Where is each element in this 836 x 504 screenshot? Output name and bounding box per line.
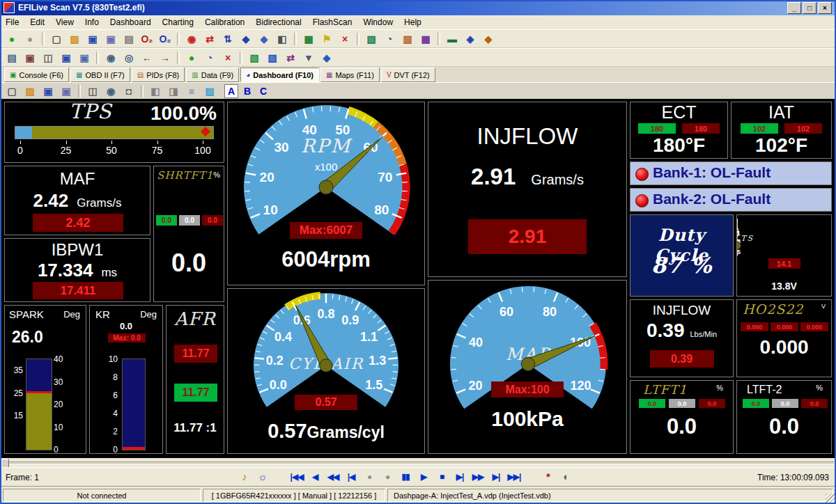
save-all-icon[interactable]: ▣: [102, 31, 120, 47]
dash-gradient-swatch[interactable]: ▨: [201, 83, 219, 100]
menu-file[interactable]: File: [0, 15, 24, 29]
goto-end-button[interactable]: ▶▶|: [506, 469, 522, 484]
maximize-button[interactable]: □: [803, 2, 816, 14]
step-back-button[interactable]: |◀: [343, 469, 359, 484]
dashpage-c-button[interactable]: C: [256, 84, 270, 98]
cursor-left-icon[interactable]: ←: [138, 49, 156, 66]
minimize-button[interactable]: _: [787, 2, 801, 14]
dash-zoom-icon[interactable]: ◉: [102, 83, 120, 100]
chart-green-icon[interactable]: ▧: [245, 49, 263, 66]
info-icon[interactable]: ◐: [559, 469, 574, 484]
ink-drop-icon[interactable]: ◆: [318, 49, 336, 66]
help-books-icon[interactable]: ◆: [479, 31, 497, 47]
zoom-out-icon[interactable]: ◎: [120, 49, 138, 66]
menu-dashboard[interactable]: Dashboard: [104, 15, 157, 29]
record-pause-button[interactable]: ●: [361, 469, 378, 484]
record-button[interactable]: ●: [379, 469, 396, 484]
skip-forward-button[interactable]: ▶|: [488, 469, 504, 484]
save-log-icon[interactable]: ▣: [84, 31, 102, 47]
cursor-right-icon[interactable]: →: [156, 49, 174, 66]
gauge-view-icon[interactable]: ◔: [380, 31, 398, 47]
tab-pids[interactable]: ▤PIDs (F8): [132, 68, 185, 82]
swap-series-icon[interactable]: ⇄: [281, 49, 300, 66]
dash-config-icon[interactable]: ◔: [201, 49, 219, 66]
pid-validate-icon[interactable]: ▣: [21, 49, 39, 66]
vehicle-icon[interactable]: ◆: [237, 31, 255, 47]
obd-port-icon[interactable]: ◧: [273, 31, 291, 47]
pause-button[interactable]: ▮▮: [397, 469, 414, 484]
stop-button[interactable]: ■: [433, 469, 450, 484]
save-frame-icon[interactable]: ▣: [75, 49, 93, 66]
dash-next-icon[interactable]: ◨: [164, 83, 183, 100]
menu-calibration[interactable]: Calibration: [199, 15, 250, 29]
dash-copy-icon[interactable]: ◫: [84, 83, 102, 100]
dash-save-as-icon[interactable]: ▣: [57, 83, 75, 100]
tab-dashboard[interactable]: ◕Dashboard (F10): [240, 68, 319, 82]
tune-tool-icon[interactable]: ◈: [461, 31, 479, 47]
close-view-icon[interactable]: ×: [219, 49, 237, 66]
map-view-icon[interactable]: ▦: [417, 31, 435, 47]
close-button[interactable]: ×: [818, 2, 832, 14]
dash-prev-icon[interactable]: ◧: [146, 83, 164, 100]
o2-reset-icon[interactable]: O₂: [138, 31, 156, 47]
open-log-icon[interactable]: ▨: [65, 31, 84, 47]
table-view-icon[interactable]: ▥: [398, 31, 417, 47]
upload-tune-icon[interactable]: ⇅: [219, 31, 237, 47]
tab-console[interactable]: ▣Console (F6): [4, 68, 69, 82]
trailer-icon[interactable]: ◆: [255, 31, 273, 47]
title-bar[interactable]: EFILive Scan V7.5 (830Test2.efi) _□×: [0, 0, 836, 15]
menu-help[interactable]: Help: [398, 15, 427, 29]
connect-icon[interactable]: ●: [3, 31, 21, 47]
dash-save-icon[interactable]: ▣: [39, 83, 57, 100]
menu-flashscan[interactable]: FlashScan: [307, 15, 358, 29]
filter-icon[interactable]: ▼: [300, 49, 318, 66]
dash-lock-icon[interactable]: ◘: [120, 83, 138, 100]
scale-label: 15: [6, 411, 23, 420]
pid-list-icon[interactable]: ▤: [3, 49, 21, 66]
tab-dvt[interactable]: VDVT (F12): [381, 68, 435, 82]
menu-view[interactable]: View: [50, 15, 79, 29]
zoom-in-icon[interactable]: ◉: [102, 49, 120, 66]
play-reverse-button[interactable]: ◀: [307, 469, 323, 484]
dash-blank-swatch[interactable]: ■: [183, 83, 201, 100]
rx-tx-icon[interactable]: ⇄: [201, 31, 219, 47]
rewind-button[interactable]: ◀◀: [325, 469, 341, 484]
menu-window[interactable]: Window: [357, 15, 398, 29]
menu-bidirectional[interactable]: Bidirectional: [250, 15, 307, 29]
flag-icon[interactable]: ⚑: [318, 31, 336, 47]
tps-scale-label: 25: [56, 145, 77, 156]
copy-data-icon[interactable]: ◫: [39, 49, 57, 66]
brightness-icon[interactable]: ☼: [255, 469, 270, 484]
dashpage-b-button[interactable]: B: [240, 84, 254, 98]
menu-edit[interactable]: Edit: [24, 15, 50, 29]
frame-trackbar[interactable]: [0, 458, 836, 467]
tab-maps[interactable]: ▦Maps (F11): [320, 68, 380, 82]
dashpage-a-button[interactable]: A: [224, 84, 238, 98]
tab-data[interactable]: ▥Data (F9): [186, 68, 239, 82]
disconnect-log-icon[interactable]: *: [541, 469, 556, 484]
spark-unit: Deg: [63, 309, 80, 320]
save-csv-icon[interactable]: ▣: [57, 49, 75, 66]
step-forward-button[interactable]: ▶|: [451, 469, 468, 484]
chart-icon[interactable]: ▧: [362, 31, 380, 47]
fast-forward-button[interactable]: ▶▶: [470, 469, 486, 484]
menu-info[interactable]: Info: [79, 15, 104, 29]
o2-monitor-icon[interactable]: O₂: [156, 31, 174, 47]
menu-charting[interactable]: Charting: [157, 15, 199, 29]
notebook-icon[interactable]: ▬: [443, 31, 461, 47]
audio-icon[interactable]: ♪: [237, 469, 252, 484]
goto-start-button[interactable]: |◀◀: [288, 469, 305, 484]
play-button[interactable]: ▶: [415, 469, 432, 484]
tab-obd[interactable]: ▦OBD II (F7): [70, 68, 130, 82]
resize-grip[interactable]: [826, 494, 835, 503]
dash-open-icon[interactable]: ▨: [21, 83, 39, 100]
print-icon[interactable]: ▤: [120, 31, 138, 47]
record-icon[interactable]: ◉: [183, 31, 201, 47]
go-live-icon[interactable]: ●: [183, 49, 201, 66]
offline-icon[interactable]: ●: [21, 31, 39, 47]
new-log-icon[interactable]: ▢: [47, 31, 65, 47]
chart-blue-icon[interactable]: ▧: [263, 49, 281, 66]
delete-icon[interactable]: ×: [336, 31, 354, 47]
add-pid-grid-icon[interactable]: ▦: [300, 31, 318, 47]
dash-new-icon[interactable]: ▢: [3, 83, 21, 100]
